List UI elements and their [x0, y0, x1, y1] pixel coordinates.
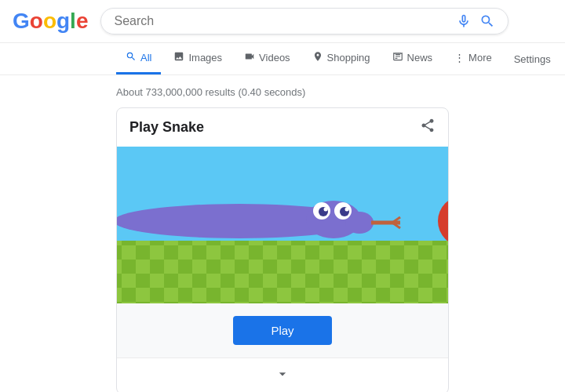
nav-settings: Settings Tools	[505, 45, 565, 73]
search-input[interactable]: snake game	[114, 14, 450, 28]
tab-shopping-label: Shopping	[327, 52, 370, 64]
search-icons	[456, 13, 495, 29]
snake-card: Play Snake	[116, 107, 449, 392]
videos-icon	[244, 51, 255, 64]
tab-news[interactable]: News	[383, 43, 443, 74]
news-icon	[392, 51, 403, 64]
tab-news-label: News	[407, 52, 433, 64]
search-icon[interactable]	[479, 13, 495, 29]
svg-rect-6	[117, 241, 448, 303]
tab-all[interactable]: All	[116, 43, 161, 74]
mic-icon[interactable]	[456, 13, 472, 29]
all-icon	[126, 51, 137, 64]
game-svg	[117, 147, 448, 303]
tab-images-label: Images	[188, 52, 222, 64]
tab-more-label: More	[468, 52, 492, 64]
tab-images[interactable]: Images	[164, 43, 231, 74]
tab-videos[interactable]: Videos	[235, 43, 300, 74]
more-icon: ⋮	[454, 52, 465, 64]
header: Google snake game	[0, 0, 565, 43]
play-button[interactable]: Play	[233, 316, 331, 345]
chevron-container[interactable]	[117, 358, 448, 392]
nav-tabs: All Images Videos Shopping News ⋮ More S…	[0, 43, 565, 75]
snake-title: Play Snake	[129, 119, 204, 136]
results-count: About 733,000,000 results (0.40 seconds)	[116, 82, 449, 107]
tab-all-label: All	[140, 52, 151, 64]
settings-link[interactable]: Settings	[505, 45, 560, 73]
share-icon[interactable]	[420, 118, 436, 137]
svg-point-18	[345, 208, 349, 212]
game-canvas	[117, 147, 448, 303]
tab-shopping[interactable]: Shopping	[303, 43, 380, 74]
images-icon	[173, 51, 184, 64]
tab-more[interactable]: ⋮ More	[445, 44, 501, 74]
search-bar: snake game	[100, 8, 508, 34]
results-area: About 733,000,000 results (0.40 seconds)…	[0, 75, 565, 392]
snake-card-header: Play Snake	[117, 108, 448, 147]
google-logo[interactable]: Google	[13, 9, 88, 34]
svg-point-15	[324, 208, 328, 212]
tab-videos-label: Videos	[259, 52, 290, 64]
play-button-container: Play	[117, 303, 448, 358]
chevron-down-icon[interactable]	[275, 366, 290, 386]
shopping-icon	[312, 51, 323, 64]
